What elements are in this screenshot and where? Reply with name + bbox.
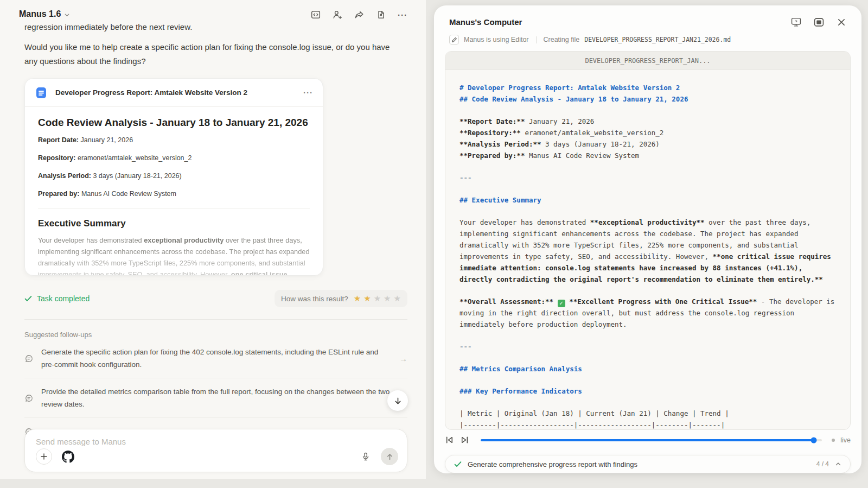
editor-line (459, 397, 836, 408)
chat-header: Manus 1.6 ··· (0, 0, 426, 24)
field-row: Prepared by: Manus AI Code Review System (38, 190, 310, 198)
scroll-to-bottom-button[interactable] (387, 390, 408, 411)
session-title-menu[interactable]: Manus 1.6 (19, 9, 70, 19)
editor-line: ## Code Review Analysis - January 18 to … (459, 93, 836, 105)
summary-text: Your developer has demonstrated (38, 236, 144, 244)
field-label: Report Date: (38, 136, 79, 144)
status-action-label: Creating file (544, 36, 580, 43)
summary-bold: exceptional productivity (144, 236, 224, 244)
report-attachment-card[interactable]: Developer Progress Report: Amtalek Websi… (24, 78, 323, 276)
followup-text: Provide the detailed metrics comparison … (41, 385, 392, 410)
live-dot-icon (832, 439, 835, 442)
followup-text: Generate the specific action plan for fi… (41, 346, 392, 371)
skip-to-start-icon[interactable] (445, 435, 455, 445)
share-icon[interactable] (353, 9, 365, 21)
task-progress-bar[interactable]: Generate comprehensive progress report w… (445, 455, 851, 473)
editor-line: **Prepared by:** Manus AI Code Review Sy… (459, 150, 836, 161)
field-row: Report Date: January 21, 2026 (38, 136, 310, 144)
editor-line: --- (459, 172, 836, 183)
screen-view-icon[interactable] (790, 16, 802, 28)
star-icon[interactable]: ★ (363, 294, 371, 303)
field-label: Analysis Period: (38, 172, 91, 180)
followup-item[interactable]: Generate the specific action plan for fi… (24, 339, 407, 378)
editor-window: DEVELOPER_PROGRESS_REPORT_JAN... # Devel… (445, 51, 851, 430)
editor-line (459, 206, 836, 217)
editor-line: --- (459, 341, 836, 352)
report-card-menu-icon[interactable]: ··· (303, 88, 313, 97)
computer-panel-toolbar (790, 16, 847, 28)
assistant-message-question: Would you like me to help create a speci… (24, 40, 401, 68)
progress-knob[interactable] (810, 438, 816, 443)
divider (38, 208, 310, 208)
chat-toolbar: ··· (310, 9, 409, 21)
star-icon[interactable]: ★ (354, 294, 361, 303)
composer-toolbar (36, 448, 398, 465)
field-row: Analysis Period: 3 days (January 18-21, … (38, 172, 310, 180)
progress-fill (481, 439, 814, 441)
editor-line: ### Key Performance Indicators (459, 385, 836, 397)
task-completed: Task completed (24, 294, 90, 303)
editor-line: ## Metrics Comparison Analysis (459, 363, 836, 375)
task-progress-counter: 4 / 4 (816, 460, 829, 468)
skip-to-end-icon[interactable] (460, 435, 470, 445)
fullscreen-icon[interactable] (813, 16, 825, 28)
chat-content: regression immediately before the next r… (24, 21, 407, 445)
field-value: 3 days (January 18-21, 2026) (91, 172, 182, 180)
rating-pill: How was this result? ★★★★★ (275, 290, 407, 307)
live-label: live (840, 436, 851, 444)
editor-line (459, 285, 836, 296)
report-card-header[interactable]: Developer Progress Report: Amtalek Websi… (25, 79, 323, 107)
code-window-icon[interactable] (310, 9, 322, 21)
close-icon[interactable] (835, 16, 847, 28)
star-rating: ★★★★★ (354, 294, 401, 303)
editor-line (459, 352, 836, 363)
status-using-label: Manus is using Editor (464, 36, 529, 43)
divider (24, 319, 407, 320)
attach-button[interactable] (36, 448, 52, 465)
rating-question: How was this result? (281, 295, 348, 303)
computer-status-row: Manus is using Editor Creating file DEVE… (449, 35, 731, 45)
editor-line: Your developer has demonstrated **except… (459, 217, 836, 285)
followup-item[interactable]: Provide the detailed metrics comparison … (24, 378, 407, 418)
add-person-icon[interactable] (331, 9, 343, 21)
document-icon (35, 86, 48, 99)
manus-computer-panel: Manus's Computer Manus is using Editor C… (434, 5, 861, 473)
chevron-up-icon[interactable] (835, 461, 841, 467)
chevron-down-icon (64, 12, 70, 18)
arrow-right-icon: → (399, 354, 407, 363)
followups-label: Suggested follow-ups (24, 331, 407, 339)
more-options-icon[interactable]: ··· (397, 9, 409, 21)
task-completed-label: Task completed (37, 294, 90, 303)
editor-line: **Report Date:** January 21, 2026 (459, 116, 836, 127)
message-input[interactable] (36, 437, 361, 446)
report-section-heading: Executive Summary (38, 218, 310, 229)
progress-slider[interactable] (481, 439, 822, 441)
new-file-icon[interactable] (375, 9, 387, 21)
github-icon[interactable] (60, 448, 76, 465)
report-card-body: Code Review Analysis - January 18 to Jan… (25, 107, 323, 276)
chat-bubble-icon (24, 354, 34, 363)
session-title: Manus 1.6 (19, 9, 61, 19)
star-icon[interactable]: ★ (394, 294, 401, 303)
editor-line: **Repository:** eramonet/amtalek_website… (459, 127, 836, 138)
send-button[interactable] (381, 448, 398, 465)
field-value: Manus AI Code Review System (79, 190, 176, 198)
editor-line: # Developer Progress Report: Amtalek Web… (459, 82, 836, 93)
editor-line: | Metric | Original (Jan 18) | Current (… (459, 408, 836, 419)
field-label: Repository: (38, 154, 75, 162)
microphone-icon[interactable] (358, 449, 373, 464)
report-card-title: Developer Progress Report: Amtalek Websi… (55, 88, 296, 97)
editor-line: **Analysis Period:** 3 days (January 18-… (459, 138, 836, 150)
check-icon (24, 295, 32, 302)
chat-pane: Manus 1.6 ··· regression immediately bef… (0, 0, 426, 479)
check-icon (454, 461, 462, 467)
task-status-row: Task completed How was this result? ★★★★… (24, 290, 407, 307)
star-icon[interactable]: ★ (374, 294, 381, 303)
playback-bar: live (445, 435, 851, 445)
star-icon[interactable]: ★ (384, 294, 391, 303)
editor-content[interactable]: # Developer Progress Report: Amtalek Web… (445, 70, 850, 430)
editor-line: ## Executive Summary (459, 194, 836, 206)
report-summary: Your developer has demonstrated exceptio… (38, 235, 310, 276)
editor-line (459, 183, 836, 194)
chat-bubble-icon (24, 394, 34, 403)
